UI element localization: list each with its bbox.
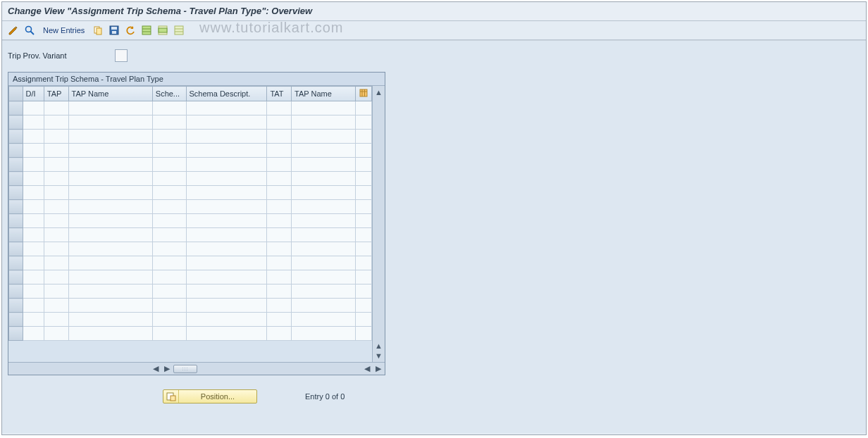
- cell[interactable]: [68, 200, 152, 214]
- cell[interactable]: [44, 214, 68, 228]
- cell[interactable]: [152, 242, 186, 256]
- cell[interactable]: [356, 256, 372, 270]
- row-selector[interactable]: [9, 172, 23, 186]
- cell[interactable]: [186, 270, 267, 284]
- scroll-right-inner-icon[interactable]: ▶: [162, 364, 172, 374]
- cell[interactable]: [356, 115, 372, 130]
- col-schema[interactable]: Sche...: [152, 87, 186, 101]
- cell[interactable]: [44, 200, 68, 214]
- cell[interactable]: [356, 172, 372, 186]
- cell[interactable]: [152, 313, 186, 327]
- cell[interactable]: [23, 186, 44, 200]
- table-row[interactable]: [9, 101, 372, 115]
- table-settings-header[interactable]: [356, 87, 372, 101]
- cell[interactable]: [152, 200, 186, 214]
- row-selector[interactable]: [9, 256, 23, 270]
- cell[interactable]: [292, 130, 356, 144]
- cell[interactable]: [267, 158, 292, 172]
- cell[interactable]: [186, 299, 267, 313]
- cell[interactable]: [356, 327, 372, 341]
- cell[interactable]: [292, 172, 356, 186]
- cell[interactable]: [23, 144, 44, 158]
- cell[interactable]: [68, 284, 152, 299]
- find-icon[interactable]: [23, 23, 37, 37]
- cell[interactable]: [267, 115, 292, 130]
- row-selector[interactable]: [9, 186, 23, 200]
- cell[interactable]: [292, 101, 356, 115]
- cell[interactable]: [44, 228, 68, 242]
- cell[interactable]: [186, 284, 267, 299]
- cell[interactable]: [152, 172, 186, 186]
- cell[interactable]: [356, 228, 372, 242]
- table-row[interactable]: [9, 228, 372, 242]
- table-row[interactable]: [9, 186, 372, 200]
- col-di[interactable]: D/I: [23, 87, 44, 101]
- cell[interactable]: [292, 158, 356, 172]
- table-row[interactable]: [9, 270, 372, 284]
- cell[interactable]: [356, 299, 372, 313]
- row-selector[interactable]: [9, 115, 23, 130]
- cell[interactable]: [68, 228, 152, 242]
- cell[interactable]: [23, 200, 44, 214]
- cell[interactable]: [23, 327, 44, 341]
- cell[interactable]: [356, 214, 372, 228]
- cell[interactable]: [23, 313, 44, 327]
- cell[interactable]: [68, 299, 152, 313]
- cell[interactable]: [23, 284, 44, 299]
- table-row[interactable]: [9, 299, 372, 313]
- cell[interactable]: [23, 299, 44, 313]
- cell[interactable]: [152, 186, 186, 200]
- row-selector[interactable]: [9, 144, 23, 158]
- table-row[interactable]: [9, 313, 372, 327]
- cell[interactable]: [267, 313, 292, 327]
- cell[interactable]: [186, 313, 267, 327]
- cell[interactable]: [44, 186, 68, 200]
- cell[interactable]: [44, 256, 68, 270]
- cell[interactable]: [356, 242, 372, 256]
- cell[interactable]: [23, 214, 44, 228]
- cell[interactable]: [152, 144, 186, 158]
- new-entries-button[interactable]: New Entries: [39, 26, 89, 35]
- cell[interactable]: [23, 228, 44, 242]
- cell[interactable]: [68, 101, 152, 115]
- cell[interactable]: [68, 186, 152, 200]
- cell[interactable]: [267, 144, 292, 158]
- row-selector[interactable]: [9, 130, 23, 144]
- cell[interactable]: [152, 130, 186, 144]
- scroll-up2-icon[interactable]: ▲: [374, 341, 384, 351]
- cell[interactable]: [68, 130, 152, 144]
- cell[interactable]: [186, 115, 267, 130]
- select-block-icon[interactable]: [156, 23, 170, 37]
- cell[interactable]: [267, 228, 292, 242]
- table-row[interactable]: [9, 284, 372, 299]
- save-icon[interactable]: [107, 23, 121, 37]
- cell[interactable]: [186, 242, 267, 256]
- cell[interactable]: [186, 101, 267, 115]
- cell[interactable]: [267, 101, 292, 115]
- cell[interactable]: [68, 158, 152, 172]
- cell[interactable]: [23, 101, 44, 115]
- copy-as-icon[interactable]: [91, 23, 105, 37]
- table-row[interactable]: [9, 327, 372, 341]
- cell[interactable]: [292, 284, 356, 299]
- cell[interactable]: [356, 270, 372, 284]
- toggle-display-change-icon[interactable]: [6, 23, 20, 37]
- scroll-left2-icon[interactable]: ◀: [362, 364, 372, 374]
- cell[interactable]: [292, 256, 356, 270]
- cell[interactable]: [356, 313, 372, 327]
- scroll-down-icon[interactable]: ▼: [374, 351, 384, 361]
- cell[interactable]: [23, 270, 44, 284]
- cell[interactable]: [356, 186, 372, 200]
- cell[interactable]: [267, 172, 292, 186]
- row-selector[interactable]: [9, 228, 23, 242]
- cell[interactable]: [186, 186, 267, 200]
- cell[interactable]: [23, 242, 44, 256]
- cell[interactable]: [152, 101, 186, 115]
- cell[interactable]: [68, 115, 152, 130]
- cell[interactable]: [68, 214, 152, 228]
- cell[interactable]: [292, 327, 356, 341]
- table-row[interactable]: [9, 115, 372, 130]
- cell[interactable]: [356, 130, 372, 144]
- cell[interactable]: [267, 299, 292, 313]
- row-selector[interactable]: [9, 313, 23, 327]
